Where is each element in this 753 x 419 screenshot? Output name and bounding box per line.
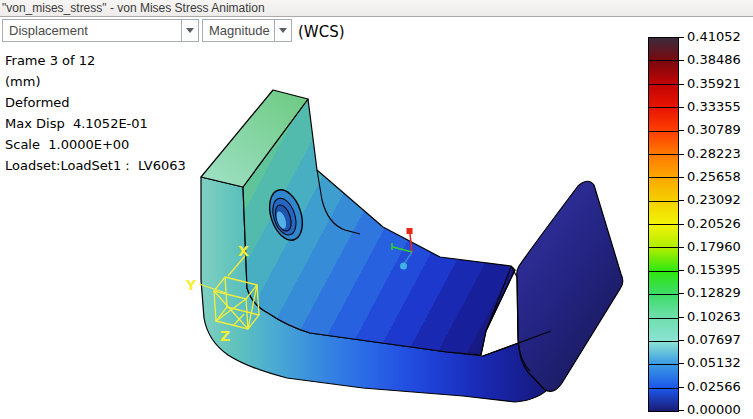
legend-value-label: 0.28223 bbox=[687, 146, 741, 162]
legend-tick bbox=[678, 224, 684, 225]
legend-value-label: 0.41052 bbox=[687, 29, 741, 45]
legend-tick bbox=[678, 293, 684, 294]
legend-band bbox=[649, 177, 678, 200]
legend-tick bbox=[678, 130, 684, 131]
legend-tick bbox=[678, 387, 684, 388]
legend-value-label: 0.15395 bbox=[687, 262, 741, 278]
legend-value-label: 0.10263 bbox=[687, 309, 741, 325]
legend-tick bbox=[678, 247, 684, 248]
legend-tick bbox=[678, 410, 684, 411]
fringe-legend-bar bbox=[648, 37, 679, 412]
legend-band bbox=[649, 224, 678, 247]
constraint-axis-z-label: Z bbox=[220, 328, 230, 344]
legend-band bbox=[649, 131, 678, 154]
legend-band bbox=[649, 294, 678, 317]
legend-value-label: 0.33355 bbox=[687, 99, 741, 115]
legend-band bbox=[649, 60, 678, 83]
legend-band bbox=[649, 107, 678, 130]
legend-value-label: 0.30789 bbox=[687, 122, 741, 138]
legend-value-label: 0.23092 bbox=[687, 192, 741, 208]
legend-value-label: 0.20526 bbox=[687, 216, 741, 232]
legend-value-label: 0.05132 bbox=[687, 355, 741, 371]
legend-band bbox=[649, 364, 678, 387]
legend-tick bbox=[678, 340, 684, 341]
legend-tick bbox=[678, 154, 684, 155]
legend-band bbox=[649, 247, 678, 270]
legend-band bbox=[649, 38, 678, 60]
legend-tick bbox=[678, 107, 684, 108]
legend-value-label: 0.25658 bbox=[687, 169, 741, 185]
legend-tick bbox=[678, 84, 684, 85]
legend-value-label: 0.00000 bbox=[687, 402, 741, 418]
legend-band bbox=[649, 271, 678, 294]
constraint-axis-y-label: Y bbox=[185, 277, 197, 293]
legend-value-label: 0.17960 bbox=[687, 239, 741, 255]
legend-value-label: 0.02566 bbox=[687, 379, 741, 395]
legend-value-label: 0.12829 bbox=[687, 285, 741, 301]
model-canvas[interactable]: X Y Z bbox=[0, 0, 753, 419]
legend-value-label: 0.35921 bbox=[687, 76, 741, 92]
legend-tick bbox=[678, 177, 684, 178]
legend-band bbox=[649, 318, 678, 341]
legend-band bbox=[649, 201, 678, 224]
legend-band bbox=[649, 388, 678, 411]
legend-band bbox=[649, 84, 678, 107]
legend-tick bbox=[678, 317, 684, 318]
legend-tick bbox=[678, 60, 684, 61]
legend-tick bbox=[678, 37, 684, 38]
legend-value-label: 0.38486 bbox=[687, 52, 741, 68]
legend-value-label: 0.07697 bbox=[687, 332, 741, 348]
constraint-axis-x-label: X bbox=[238, 243, 249, 259]
legend-band bbox=[649, 154, 678, 177]
right-flange bbox=[517, 181, 623, 391]
legend-tick bbox=[678, 363, 684, 364]
legend-tick bbox=[678, 200, 684, 201]
legend-tick bbox=[678, 270, 684, 271]
legend-band bbox=[649, 341, 678, 364]
animation-window: "von_mises_stress" - von Mises Stress An… bbox=[0, 0, 753, 419]
